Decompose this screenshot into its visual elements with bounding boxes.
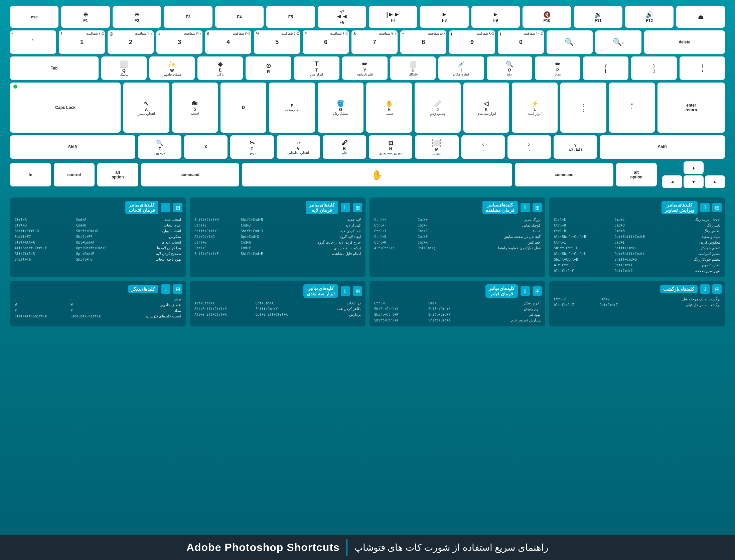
key-s[interactable]: 🖮 S اسنپ xyxy=(172,83,218,133)
key-f11[interactable]: 🔉 F11 xyxy=(574,6,622,28)
key-d[interactable]: D xyxy=(220,83,266,133)
table-row: Shift+Ctrl+NShift+Cmd+Nلایه جدید xyxy=(193,217,362,223)
key-o[interactable]: 🔍 O داج xyxy=(487,56,532,80)
apple-icon-image:  xyxy=(700,203,710,212)
key-equal[interactable]: 🔍+ xyxy=(595,30,641,54)
key-bracket-open[interactable]: { [ xyxy=(583,56,628,80)
key-backslash[interactable]: | \ xyxy=(680,56,725,80)
key-slash[interactable]: ? / قفل لایه xyxy=(554,135,597,159)
key-c[interactable]: ✂ C برش xyxy=(230,135,274,159)
table-row: Alt+Shift+Ctrl+BOpt+Shift+Cmd+Bسیاه و سف… xyxy=(553,234,722,240)
key-r[interactable]: ⊙ R xyxy=(246,56,291,80)
key-enter[interactable]: enter return xyxy=(657,83,725,133)
key-2[interactable]: @ ۲۰٪ شفافیت 2 xyxy=(108,30,154,54)
key-bracket-close[interactable]: } ] xyxy=(631,56,677,80)
panel-3d: ⊞  کلیدهای‌میانبر ابزار سه بعدی Alt+Ctr… xyxy=(190,281,365,326)
key-i[interactable]: 💉 I قطره چکان xyxy=(438,56,484,80)
key-5[interactable]: % ۵۰٪ شفافیت 5 xyxy=(254,30,300,54)
key-g[interactable]: 🪣 G سطل رنگ xyxy=(318,83,363,133)
panel-layer-title: کلیدهای‌میانبر فرمان لایه xyxy=(306,201,338,214)
key-p[interactable]: ✏ P مداد xyxy=(535,56,580,80)
key-arrow-up[interactable]: ▲ xyxy=(684,161,704,174)
key-shift-left[interactable]: Shift xyxy=(10,135,135,159)
table-row: Ctrl+JCmd+Jکپی از لایه xyxy=(193,223,362,228)
key-q[interactable]: ⬜ Q ماسک xyxy=(101,56,147,80)
windows-icon-layer: ⊞ xyxy=(353,203,362,212)
key-n[interactable]: ⊡ N دوربین سه بعدی xyxy=(369,135,412,159)
key-delete[interactable]: delete xyxy=(644,30,725,54)
key-m[interactable]: ⬜ M انتخاب xyxy=(415,135,458,159)
key-semicolon[interactable]: : ; xyxy=(560,83,606,133)
table-row: Ctrl+1Cmd+1۱۰۰٪ xyxy=(373,228,542,234)
key-4[interactable]: $ ۴۰٪ شفافیت 4 xyxy=(205,30,251,54)
key-a[interactable]: ↖ A انتخاب مسیر xyxy=(123,83,169,133)
key-w[interactable]: ✨ W عصای جادویی xyxy=(149,56,195,80)
key-e[interactable]: ◈ E پاکی xyxy=(197,56,243,80)
key-arrow-right[interactable]: ► xyxy=(705,175,725,188)
key-f8[interactable]: ► F8 xyxy=(420,6,468,28)
key-quote[interactable]: " ' xyxy=(609,83,655,133)
key-eject[interactable]: ⏏ xyxy=(676,6,725,28)
key-command-left[interactable]: command xyxy=(141,163,239,186)
key-f9[interactable]: ► F9 xyxy=(471,6,520,28)
key-f[interactable]: F تمام صفحه xyxy=(269,83,315,133)
footer-divider xyxy=(346,539,347,556)
key-t[interactable]: T T ابزار متن xyxy=(294,56,339,80)
key-6[interactable]: ^ ۶۰٪ شفافیت 6 xyxy=(303,30,349,54)
image-shortcut-table: Ctrl+LCmd+Llevel - مرتبه رنگ Ctrl+UCmd+U… xyxy=(553,217,722,274)
key-0[interactable]: ) ۱۰۰٪ شفافیت 0 xyxy=(498,30,544,54)
key-1[interactable]: ! ۱۰٪ شفافیت 1 xyxy=(59,30,105,54)
key-j[interactable]: 🩹 J چسب زخم xyxy=(415,83,460,133)
key-f1[interactable]: ✳ F1 xyxy=(61,6,110,28)
key-command-right[interactable]: command xyxy=(515,163,613,186)
key-h[interactable]: ✋ H دست xyxy=(366,83,412,133)
function-key-row: esc ✳ F1 ✳ F2 F3 F4 F5 لايه ◄◄ F6 |►► F7… xyxy=(10,6,725,28)
table-row: Alt+Ctrl+ZOpt+Cmd+Zبرگشت به مراحل قبلی xyxy=(553,302,722,308)
key-tilde[interactable]: ~ ` xyxy=(10,30,56,54)
table-row: Ctrl+0Cmd+0گنجاندن در صفحه نمایش xyxy=(373,234,542,240)
key-x[interactable]: X xyxy=(184,135,228,159)
key-minus[interactable]: 🔍- xyxy=(547,30,593,54)
key-u[interactable]: ⬜ U اشکال xyxy=(390,56,436,80)
key-f2[interactable]: ✳ F2 xyxy=(113,6,161,28)
key-alt-right[interactable]: alt option xyxy=(616,163,657,186)
key-f6[interactable]: لايه ◄◄ F6 xyxy=(318,6,366,28)
key-esc[interactable]: esc xyxy=(10,6,58,28)
key-l[interactable]: ⚡ L ابزار کمند xyxy=(512,83,558,133)
key-f5[interactable]: F5 xyxy=(266,6,315,28)
key-shift-right[interactable]: Shift xyxy=(600,135,725,159)
key-7[interactable]: & ۷۰٪ شفافیت 7 xyxy=(351,30,398,54)
windows-icon-selection: ⊞ xyxy=(173,203,182,212)
key-alt-left[interactable]: alt option xyxy=(97,163,138,186)
key-3[interactable]: # ۳۰٪ شفافیت 3 xyxy=(156,30,202,54)
key-tab[interactable]: Tab xyxy=(10,56,99,80)
key-f4[interactable]: F4 xyxy=(215,6,264,28)
key-z[interactable]: 🔍 Z ذره بین xyxy=(138,135,181,159)
key-control[interactable]: control xyxy=(54,163,95,186)
key-arrow-down[interactable]: ▼ xyxy=(684,175,704,188)
key-b[interactable]: 🖌 B قلم xyxy=(323,135,366,159)
key-space[interactable]: ✋ xyxy=(242,163,512,186)
key-k[interactable]: ◁ K ابزار سه بعدی xyxy=(463,83,509,133)
key-f7[interactable]: |►► F7 xyxy=(369,6,417,28)
undo-shortcut-table: Ctrl+ZCmd+Zبرگشت به یک مرحله قبل Alt+Ctr… xyxy=(553,296,722,308)
key-period[interactable]: > . xyxy=(507,135,551,159)
table-row: Shift+Ctrl+RShift+Cmd+Rبهود لنز xyxy=(373,312,542,317)
key-8[interactable]: * ۸۰٪ شفافیت 8 xyxy=(400,30,446,54)
key-arrow-left[interactable]: ◄ xyxy=(662,175,682,188)
key-y[interactable]: ✏ Y قلم تاریخچه xyxy=(342,56,388,80)
apple-icon-other:  xyxy=(161,284,170,294)
table-row: Alt+Shift+Ctrl+FOpt+Shift+Cmd+Fپیدا کردن… xyxy=(13,245,182,251)
key-capslock[interactable]: Caps Lock xyxy=(10,83,121,133)
key-fn[interactable]: fn xyxy=(10,163,51,186)
windows-icon-view: ⊞ xyxy=(533,203,542,212)
key-f12[interactable]: 🔊 F12 xyxy=(625,6,674,28)
key-f3[interactable]: F3 xyxy=(164,6,212,28)
key-comma[interactable]: < , xyxy=(461,135,505,159)
windows-icon-image: ⊞ xyxy=(712,203,722,212)
table-row: Shift+F7Shift+F7معکوس xyxy=(13,234,182,240)
arrow-key-cluster: ▲ ◄ ▼ ► xyxy=(662,161,725,188)
key-v[interactable]: ↔ V انتخاب+جابجایی xyxy=(277,135,320,159)
key-9[interactable]: ( ۹۰٪ شفافیت 9 xyxy=(449,30,495,54)
key-f10[interactable]: 🔇 F10 xyxy=(523,6,571,28)
